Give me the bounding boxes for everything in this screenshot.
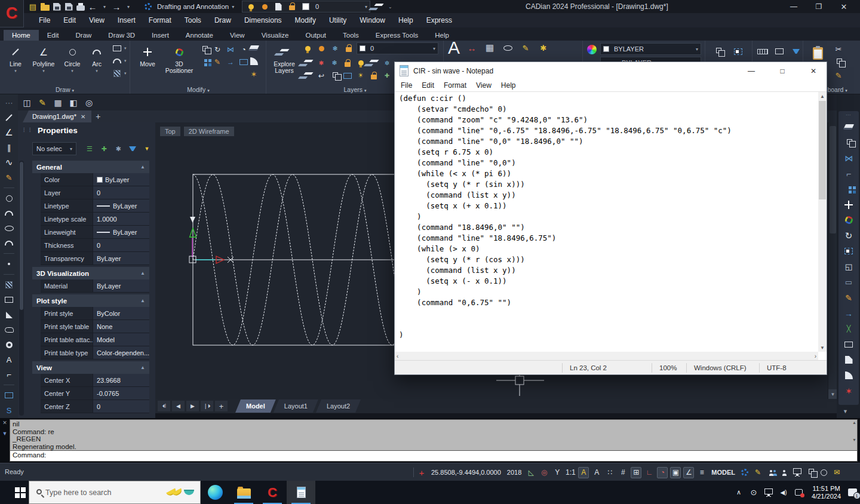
layer-bulb-tool-icon[interactable] bbox=[354, 57, 367, 69]
view-control[interactable]: Top bbox=[160, 127, 180, 136]
erase-icon[interactable] bbox=[248, 42, 260, 54]
coordinates-icon[interactable]: + bbox=[416, 467, 427, 478]
share-icon[interactable] bbox=[766, 467, 776, 478]
menu-insert[interactable]: Insert bbox=[111, 13, 142, 27]
ribbon-tab-draw[interactable]: Draw bbox=[67, 30, 100, 41]
osnap-icon[interactable]: ▣ bbox=[670, 467, 681, 478]
mirror-icon[interactable]: ⋈ bbox=[224, 43, 237, 56]
point-icon[interactable] bbox=[2, 258, 16, 270]
otrack-icon[interactable]: ∠ bbox=[683, 467, 694, 478]
select-icon[interactable] bbox=[841, 245, 856, 257]
property-row[interactable]: TransparencyByLayer bbox=[41, 252, 149, 265]
layer-state-icon[interactable] bbox=[328, 69, 341, 82]
circle-icon[interactable] bbox=[65, 45, 79, 59]
menu-tools[interactable]: Tools bbox=[178, 13, 208, 27]
ribbon-tab-annotate[interactable]: Annotate bbox=[177, 30, 222, 41]
chevron-down-icon[interactable]: ▼ bbox=[2, 431, 8, 437]
layer-quick-dropdown[interactable]: 0 ▾ bbox=[242, 1, 370, 13]
restore-button[interactable]: ❐ bbox=[806, 0, 831, 13]
layer-isolate-icon[interactable] bbox=[302, 57, 315, 69]
toolbar-overflow-icon[interactable]: ▼ bbox=[843, 408, 848, 414]
notepad-menu-help[interactable]: Help bbox=[496, 81, 521, 90]
measure-icon[interactable] bbox=[757, 45, 769, 57]
layer-color-swatch[interactable] bbox=[300, 1, 312, 13]
network-icon[interactable] bbox=[764, 488, 773, 497]
erase-icon[interactable] bbox=[841, 121, 856, 133]
ribbon-tab-tools[interactable]: Tools bbox=[334, 30, 367, 41]
ime-icon[interactable] bbox=[794, 488, 803, 497]
property-row[interactable]: Center Z0 bbox=[41, 400, 149, 413]
canvas-scrollbar[interactable]: ▼ bbox=[828, 122, 837, 399]
lineweight-icon[interactable]: ≡ bbox=[696, 467, 707, 478]
redo-dropdown-icon[interactable]: ▾ bbox=[123, 1, 134, 12]
arc-icon[interactable] bbox=[2, 237, 16, 249]
snap-icon[interactable]: ◺ bbox=[526, 467, 536, 478]
layer-freeze-all-icon[interactable]: ❄ bbox=[328, 57, 341, 69]
taskbar-search[interactable]: Type here to search bbox=[29, 481, 201, 504]
extend-icon[interactable]: → bbox=[841, 307, 856, 319]
layer-lock-icon[interactable] bbox=[343, 42, 355, 54]
remote-view-icon[interactable] bbox=[792, 467, 803, 478]
property-row[interactable]: LinetypeByLayer bbox=[41, 199, 149, 213]
taskbar-notepad[interactable] bbox=[287, 481, 315, 504]
document-tab[interactable]: Drawing1.dwg* ✕ bbox=[23, 110, 91, 122]
workspace-dropdown[interactable]: Drafting and Annotation ▾ bbox=[142, 1, 234, 13]
region-icon[interactable]: ⌐ bbox=[2, 368, 16, 380]
layer-freeze-icon[interactable]: ❄ bbox=[329, 42, 341, 54]
paint-icon[interactable]: ✎ bbox=[520, 42, 532, 54]
ribbon-tab-draw-3d[interactable]: Draw 3D bbox=[100, 30, 143, 41]
scrollbar-thumb[interactable] bbox=[830, 126, 836, 233]
menu-edit[interactable]: Edit bbox=[57, 13, 82, 27]
visual-style-control[interactable]: 2D Wireframe bbox=[184, 127, 234, 136]
chamfer-icon[interactable] bbox=[841, 354, 856, 366]
mail-icon[interactable]: ✉ bbox=[831, 467, 842, 478]
notepad-menu-format[interactable]: Format bbox=[439, 81, 471, 90]
overlap-windows-icon[interactable] bbox=[805, 467, 816, 478]
toggle-value-icon[interactable]: ✱ bbox=[112, 143, 124, 155]
property-row[interactable]: Center X23.9668 bbox=[41, 374, 149, 387]
3d-positioner-icon[interactable] bbox=[172, 45, 186, 59]
filter-icon[interactable] bbox=[127, 143, 139, 155]
scroll-left-icon[interactable]: ‹ bbox=[397, 353, 398, 359]
image-icon[interactable] bbox=[2, 389, 16, 401]
zero-layer-icon[interactable]: ◎ bbox=[82, 96, 96, 109]
taskbar-file-explorer[interactable] bbox=[229, 481, 258, 504]
menu-modify[interactable]: Modify bbox=[288, 13, 322, 27]
auto-annotation-icon[interactable]: A bbox=[591, 467, 602, 478]
close-button[interactable]: ✕ bbox=[831, 0, 856, 13]
info-icon[interactable] bbox=[818, 467, 829, 478]
next-tab-button[interactable]: ▶ bbox=[186, 401, 199, 411]
rectangle-icon[interactable] bbox=[2, 294, 16, 306]
taskbar-cadian[interactable]: C bbox=[258, 481, 287, 504]
break-icon[interactable]: ╳ bbox=[841, 322, 856, 335]
selection-dropdown[interactable]: No selec ▾ bbox=[32, 142, 76, 155]
quick-calc-icon[interactable] bbox=[773, 45, 785, 57]
volume-icon[interactable]: ◀) bbox=[779, 488, 788, 497]
array-icon[interactable] bbox=[198, 56, 211, 68]
close-button[interactable]: ✕ bbox=[800, 62, 827, 79]
menu-window[interactable]: Window bbox=[353, 13, 392, 27]
close-tab-icon[interactable]: ✕ bbox=[81, 113, 85, 120]
text-icon[interactable]: A bbox=[2, 354, 16, 365]
mtext-icon[interactable]: A bbox=[448, 42, 460, 54]
mirror-icon[interactable]: ⋈ bbox=[841, 152, 856, 164]
notepad-menu-file[interactable]: File bbox=[396, 81, 417, 90]
paste-icon[interactable] bbox=[810, 44, 825, 62]
notepad-menu-view[interactable]: View bbox=[471, 81, 496, 90]
section-header[interactable]: Plot style▲ bbox=[32, 294, 149, 307]
dynamic-input-icon[interactable]: ⊞ bbox=[631, 467, 641, 478]
ribbon-tab-home[interactable]: Home bbox=[4, 30, 39, 41]
properties-scrollbar[interactable] bbox=[19, 161, 24, 416]
layer-on-icon[interactable] bbox=[245, 1, 257, 13]
group-icon[interactable] bbox=[712, 45, 724, 57]
view-3d-icon[interactable]: ◧ bbox=[67, 96, 80, 109]
fillet-icon[interactable] bbox=[841, 369, 856, 382]
start-button[interactable] bbox=[0, 481, 29, 504]
arc-3point-icon[interactable] bbox=[2, 207, 16, 219]
move-icon[interactable] bbox=[140, 45, 155, 59]
ribbon-arc-button[interactable]: Arc▾ bbox=[86, 42, 108, 81]
dimension-icon[interactable]: ↔ bbox=[466, 42, 478, 54]
property-row[interactable]: Print style tableNone bbox=[41, 320, 149, 333]
property-row[interactable]: Linetype scale1.0000 bbox=[41, 213, 149, 226]
layer-thaw-icon[interactable]: ☀ bbox=[354, 69, 367, 82]
